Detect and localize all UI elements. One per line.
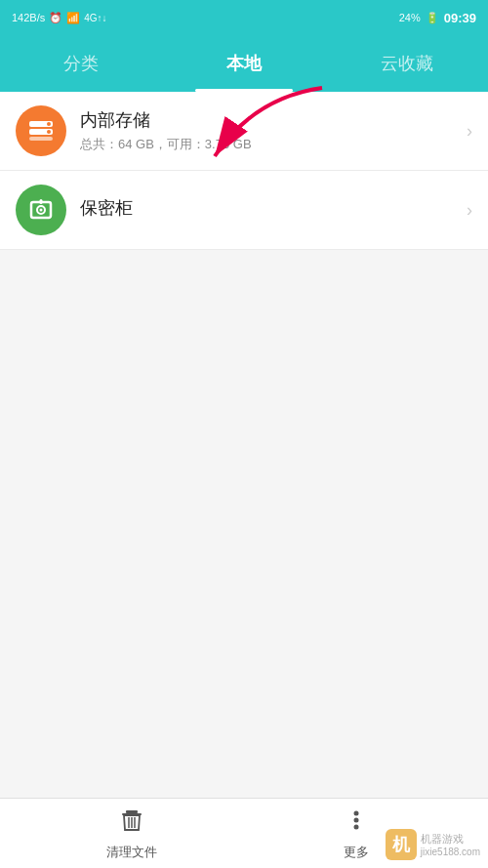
svg-point-15 — [354, 817, 359, 822]
svg-point-3 — [47, 122, 51, 126]
time-display: 09:39 — [444, 11, 476, 25]
status-bar: 142B/s ⏰ 📶 4G↑↓ 24% 🔋 09:39 — [0, 0, 488, 35]
signal-icon: 4G↑↓ — [84, 13, 106, 23]
watermark-text: 机器游戏 jixie5188.com — [421, 832, 480, 857]
storage-text: 内部存储 总共：64 GB，可用：3.76 GB — [80, 108, 459, 153]
clean-files-button[interactable]: 清理文件 — [93, 806, 171, 861]
list-item-safe-box[interactable]: 保密柜 › — [0, 171, 488, 250]
clean-files-icon — [118, 806, 145, 840]
bottom-bar: 清理文件 更多 机 机器游戏 jixie5188.com — [0, 798, 488, 868]
tab-classify[interactable]: 分类 — [0, 35, 163, 92]
safebox-title: 保密柜 — [80, 196, 459, 220]
storage-subtitle: 总共：64 GB，可用：3.76 GB — [80, 136, 459, 153]
storage-icon-wrap — [16, 105, 66, 156]
svg-point-16 — [354, 824, 359, 829]
battery-text: 24% — [399, 12, 421, 23]
watermark: 机 机器游戏 jixie5188.com — [386, 829, 480, 860]
svg-rect-8 — [40, 199, 43, 204]
tab-local[interactable]: 本地 — [163, 35, 326, 92]
more-icon — [343, 806, 370, 840]
svg-point-4 — [47, 130, 51, 134]
safebox-icon-wrap — [16, 185, 66, 235]
clock-icon: ⏰ — [49, 12, 62, 24]
safebox-chevron: › — [467, 200, 472, 221]
svg-rect-2 — [29, 137, 53, 141]
storage-title: 内部存储 — [80, 108, 459, 132]
safebox-icon — [26, 195, 56, 225]
status-speed: 142B/s ⏰ 📶 4G↑↓ — [12, 0, 107, 35]
content-area: 内部存储 总共：64 GB，可用：3.76 GB › 保密柜 › — [0, 92, 488, 798]
watermark-icon: 机 — [386, 829, 417, 860]
svg-point-14 — [354, 810, 359, 815]
more-label: 更多 — [344, 844, 369, 861]
clean-files-label: 清理文件 — [106, 844, 157, 861]
storage-icon — [26, 116, 56, 145]
status-right: 24% 🔋 09:39 — [399, 11, 476, 25]
tab-bar: 分类 本地 云收藏 — [0, 35, 488, 92]
svg-point-7 — [40, 209, 43, 212]
svg-rect-9 — [126, 810, 138, 813]
battery-icon: 🔋 — [426, 12, 439, 24]
storage-chevron: › — [467, 121, 472, 142]
more-button[interactable]: 更多 — [317, 806, 395, 861]
wifi-icon: 📶 — [66, 12, 80, 24]
tab-cloud[interactable]: 云收藏 — [325, 35, 488, 92]
safebox-text: 保密柜 — [80, 196, 459, 224]
list-item-internal-storage[interactable]: 内部存储 总共：64 GB，可用：3.76 GB › — [0, 92, 488, 171]
